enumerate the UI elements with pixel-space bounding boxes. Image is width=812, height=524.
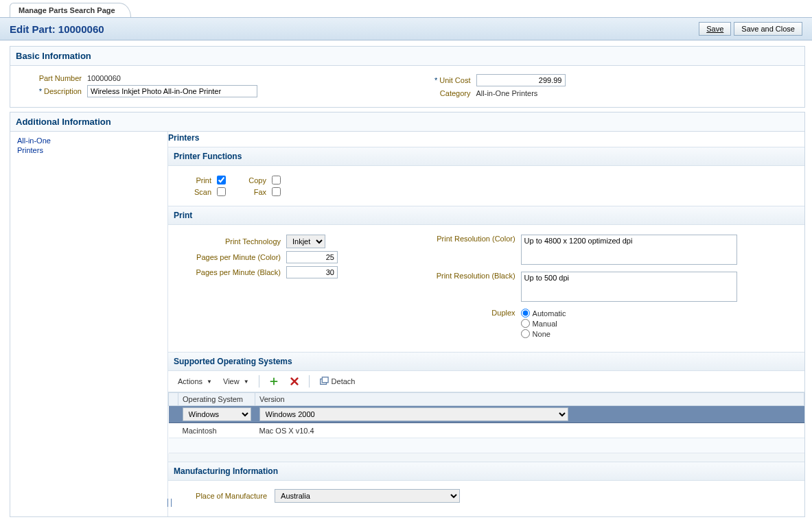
resize-handle-icon[interactable] <box>167 499 172 507</box>
sidebar-item-allinone[interactable]: All-in-OnePrinters <box>17 136 161 155</box>
col-os[interactable]: Operating System <box>178 393 255 406</box>
section-header-basic: Basic Information <box>10 47 804 66</box>
fax-checkbox-label: Fax <box>254 188 266 196</box>
tab-label: Manage Parts Search Page <box>19 6 115 14</box>
ppm-black-input[interactable] <box>286 266 338 278</box>
detach-icon <box>319 377 329 386</box>
actions-menu[interactable]: Actions▼ <box>174 376 216 387</box>
pom-label: Place of Manufacture <box>178 492 267 500</box>
scan-checkbox[interactable] <box>217 187 226 196</box>
caret-down-icon: ▼ <box>244 379 249 385</box>
copy-checkbox[interactable] <box>272 176 281 184</box>
version-select[interactable]: Windows 2000 <box>259 407 568 421</box>
additional-info-panel: Additional Information All-in-OnePrinter… <box>10 112 805 517</box>
toolbar-separator <box>309 375 310 388</box>
toolbar-separator <box>259 375 259 388</box>
os-cell: Macintosh <box>178 423 255 438</box>
duplex-radio-automatic[interactable] <box>521 309 530 318</box>
print-checkbox-label: Print <box>196 176 211 184</box>
description-input[interactable] <box>87 85 257 97</box>
part-number-label: Part Number <box>19 74 82 82</box>
part-number-value: 10000060 <box>87 74 121 82</box>
col-version[interactable]: Version <box>255 393 804 406</box>
x-icon <box>290 377 299 386</box>
print-tech-label: Print Technology <box>178 237 281 246</box>
unit-cost-input[interactable] <box>476 74 566 86</box>
version-cell: Mac OS X v10.4 <box>255 423 804 438</box>
ppm-color-input[interactable] <box>286 251 338 263</box>
add-button[interactable] <box>265 375 283 388</box>
save-and-close-button[interactable]: Save and Close <box>734 22 802 36</box>
duplex-radio-manual[interactable] <box>521 319 530 328</box>
group-title-os: Supported Operating Systems <box>168 352 804 371</box>
page-title: Edit Part: 10000060 <box>10 23 104 35</box>
table-row[interactable]: Macintosh Mac OS X v10.4 <box>169 423 804 438</box>
ppm-black-label: Pages per Minute (Black) <box>178 268 281 276</box>
tab-manage-parts-search[interactable]: Manage Parts Search Page <box>10 3 131 17</box>
group-title-manuf: Manufacturing Information <box>168 462 804 481</box>
res-black-input[interactable] <box>521 272 737 302</box>
os-select[interactable]: Windows <box>183 407 251 421</box>
category-label: Category <box>408 89 471 97</box>
basic-info-panel: Basic Information Part Number 10000060 D… <box>10 46 805 108</box>
save-button[interactable]: Save <box>699 22 731 36</box>
res-black-label: Print Resolution (Black) <box>413 272 515 280</box>
col-handle <box>169 393 178 406</box>
category-value: All-in-One Printers <box>476 89 538 97</box>
plus-icon <box>269 377 279 386</box>
pom-select[interactable]: Australia <box>275 489 460 503</box>
sidebar: All-in-OnePrinters <box>10 132 168 516</box>
copy-checkbox-label: Copy <box>248 176 266 184</box>
duplex-label: Duplex <box>413 309 515 317</box>
section-header-additional: Additional Information <box>10 112 804 132</box>
view-menu[interactable]: View▼ <box>219 376 253 387</box>
res-color-label: Print Resolution (Color) <box>413 235 515 243</box>
scan-checkbox-label: Scan <box>194 188 211 196</box>
fax-checkbox[interactable] <box>272 187 281 196</box>
ppm-color-label: Pages per Minute (Color) <box>178 253 281 261</box>
duplex-radio-none[interactable] <box>521 329 530 338</box>
detach-button[interactable]: Detach <box>315 375 360 388</box>
group-title-print: Print <box>168 206 804 225</box>
caret-down-icon: ▼ <box>207 379 212 385</box>
res-color-input[interactable] <box>521 235 737 265</box>
table-row-empty <box>169 438 804 453</box>
group-title-printer-functions: Printer Functions <box>168 147 804 166</box>
description-label: Description <box>19 87 82 95</box>
delete-button[interactable] <box>286 375 303 388</box>
unit-cost-label: Unit Cost <box>408 76 471 84</box>
print-tech-select[interactable]: Inkjet <box>286 235 325 248</box>
os-table: Operating System Version Windows Windows… <box>168 392 804 453</box>
group-title-printers: Printers <box>168 132 804 147</box>
svg-rect-1 <box>322 377 328 383</box>
print-checkbox[interactable] <box>217 176 226 184</box>
table-row[interactable]: Windows Windows 2000 <box>169 406 804 423</box>
